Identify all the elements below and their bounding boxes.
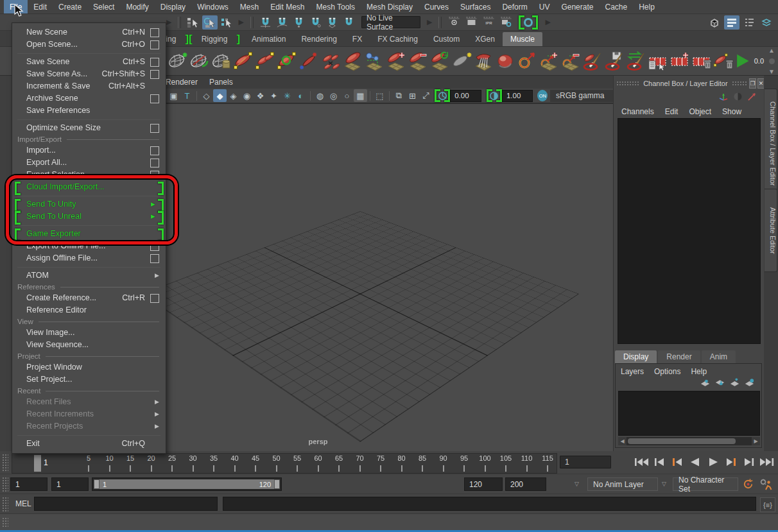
joint-capsule-icon[interactable]	[363, 49, 385, 73]
zoom-region-icon[interactable]: ⤢	[419, 89, 433, 102]
side-tab-attribute-editor[interactable]: Attribute Editor	[765, 189, 777, 272]
anim-layer-selector[interactable]: No Anim Layer	[587, 477, 658, 491]
snap-curve-icon[interactable]	[275, 15, 290, 30]
option-box[interactable]	[150, 28, 159, 37]
option-box[interactable]	[150, 40, 159, 49]
file-menu-item-assign-offline-file[interactable]: Assign Offline File...	[12, 252, 166, 264]
group-collapse-icon[interactable]: ▶	[238, 18, 243, 26]
option-box[interactable]	[150, 146, 159, 155]
file-menu-item-reference-editor[interactable]: Reference Editor	[12, 304, 166, 316]
shelf-tab-fx[interactable]: FX	[345, 32, 370, 46]
manipulator-axis-icon[interactable]	[718, 92, 729, 104]
file-menu-item-archive-scene[interactable]: Archive Scene	[12, 92, 166, 105]
menu-help[interactable]: Help	[633, 0, 661, 13]
step-back-frame-button[interactable]	[651, 454, 668, 470]
menu-select[interactable]: Select	[87, 0, 120, 13]
group-collapse-icon[interactable]: ▶	[545, 18, 550, 26]
layer-menu-options[interactable]: Options	[654, 367, 680, 376]
anim-layer-dropdown-icon[interactable]: ▽	[662, 481, 666, 487]
menu-edit[interactable]: Edit	[28, 0, 53, 13]
occlusion-icon[interactable]: ◍	[313, 89, 327, 102]
group-collapse-icon[interactable]: ▶	[427, 18, 432, 26]
channel-box-toggle-icon[interactable]	[724, 15, 739, 30]
layer-menu-help[interactable]: Help	[691, 367, 707, 376]
file-menu-item-game-exporter[interactable]: Game Exporter	[12, 228, 166, 240]
animation-end-field[interactable]: 200	[505, 477, 546, 491]
layer-tab-render[interactable]: Render	[658, 350, 700, 363]
shelf-tab-fx-caching[interactable]: FX Caching	[370, 32, 426, 46]
step-forward-key-button[interactable]	[723, 454, 739, 470]
sphere-wireframe-curve-icon[interactable]	[189, 49, 210, 73]
snap-view-plane-icon[interactable]	[341, 15, 357, 30]
muscle-spline-multi-icon[interactable]	[254, 49, 275, 73]
menu-create[interactable]: Create	[53, 0, 87, 13]
skin-mirror-icon[interactable]	[429, 49, 450, 73]
layer-tab-display[interactable]: Display	[615, 350, 657, 363]
gamma-field[interactable]: 1.00	[502, 90, 533, 102]
grip-handle[interactable]	[2, 454, 8, 471]
shelf-scroll-up-icon[interactable]: ▲	[768, 47, 775, 54]
lighting-icon[interactable]: ✳	[281, 89, 294, 102]
animation-start-field[interactable]: 1	[10, 477, 48, 491]
file-menu-item-view-sequence[interactable]: View Sequence...	[12, 339, 166, 351]
grip-handle[interactable]	[2, 517, 8, 528]
exposure-icon[interactable]	[437, 89, 448, 102]
range-end-handle[interactable]	[274, 479, 280, 489]
shelf-tab-custom[interactable]: Custom	[426, 32, 467, 46]
wireframe-icon[interactable]: ◇	[200, 89, 213, 102]
snap-point-icon[interactable]	[291, 15, 307, 30]
live-surface-field[interactable]: No Live Surface	[361, 16, 420, 28]
grip-handle[interactable]	[2, 497, 8, 511]
character-set-selector[interactable]: No Character Set	[673, 477, 738, 491]
multisample-icon[interactable]: ○	[340, 89, 354, 102]
cache-menu-icon[interactable]	[647, 49, 668, 73]
muscle-group-icon[interactable]	[320, 49, 341, 73]
skin-add-icon[interactable]	[385, 49, 406, 73]
cache-add-icon[interactable]	[669, 49, 690, 73]
option-box[interactable]	[150, 159, 159, 167]
file-menu-item-save-scene-as[interactable]: Save Scene As...Ctrl+Shift+S	[12, 68, 166, 80]
flat-shade-icon[interactable]: ◉	[240, 89, 254, 102]
shelf-tab-animation[interactable]: Animation	[244, 32, 293, 46]
command-input-field[interactable]	[34, 497, 218, 511]
move-layer-down-icon[interactable]	[714, 378, 725, 390]
break-connection-icon[interactable]	[747, 92, 757, 103]
menu-uv[interactable]: UV	[533, 0, 556, 13]
shelf-tab-rendering[interactable]: Rendering	[293, 32, 344, 46]
render-ring-annotated-icon[interactable]	[521, 15, 536, 30]
hud-toggle-icon[interactable]: T	[180, 89, 194, 102]
wireframe-on-shaded-icon[interactable]: ◈	[227, 89, 240, 102]
new-layer-from-selected-icon[interactable]	[744, 378, 755, 390]
auto-keyframe-icon[interactable]	[740, 477, 756, 492]
skin-remove-icon[interactable]	[407, 49, 428, 73]
channel-box-menu-object[interactable]: Object	[689, 107, 711, 116]
grip-handle[interactable]	[2, 477, 8, 492]
transfer-weights-icon[interactable]	[625, 49, 646, 73]
file-menu-item-send-to-unity[interactable]: Send To Unity▶	[12, 198, 166, 210]
file-menu-item-cloud-import-export[interactable]: Cloud Import/Export...	[12, 181, 166, 193]
grip-handle[interactable]	[616, 81, 639, 86]
channel-box-menu-show[interactable]: Show	[722, 107, 741, 116]
go-to-start-button[interactable]	[633, 454, 650, 470]
sphere-wireframe-icon[interactable]	[167, 49, 188, 73]
scroll-right-icon[interactable]: ▶	[752, 437, 760, 445]
menu-display[interactable]: Display	[155, 0, 191, 13]
fill-mode-icon[interactable]: ▦	[354, 89, 367, 102]
group-collapse-icon[interactable]: ▶	[166, 18, 171, 26]
side-tab-channel-box-layer-editor[interactable]: Channel Box / Layer Editor	[765, 89, 777, 199]
shelf-tab-muscle[interactable]: Muscle	[503, 32, 542, 46]
menu-mesh-display[interactable]: Mesh Display	[361, 0, 419, 13]
file-menu-item-view-image[interactable]: View Image...	[12, 327, 166, 339]
muscle-gray-icon[interactable]	[451, 49, 472, 73]
play-backwards-button[interactable]	[687, 454, 704, 470]
option-box[interactable]	[150, 70, 159, 79]
isolate-select-icon[interactable]: ⧉	[392, 89, 406, 102]
playback-start-field[interactable]: 1	[51, 477, 89, 491]
file-menu-item-create-reference[interactable]: Create Reference...Ctrl+R	[12, 292, 166, 304]
file-menu-item-optimize-scene-size[interactable]: Optimize Scene Size	[12, 122, 166, 134]
step-forward-frame-button[interactable]	[741, 454, 757, 470]
playback-speed-dropdown-icon[interactable]: ▽	[575, 481, 579, 487]
shelf-handle-icon[interactable]	[769, 58, 775, 64]
muscle-spline-ring-icon[interactable]	[276, 49, 297, 73]
attribute-editor-toggle-icon[interactable]	[741, 15, 757, 30]
